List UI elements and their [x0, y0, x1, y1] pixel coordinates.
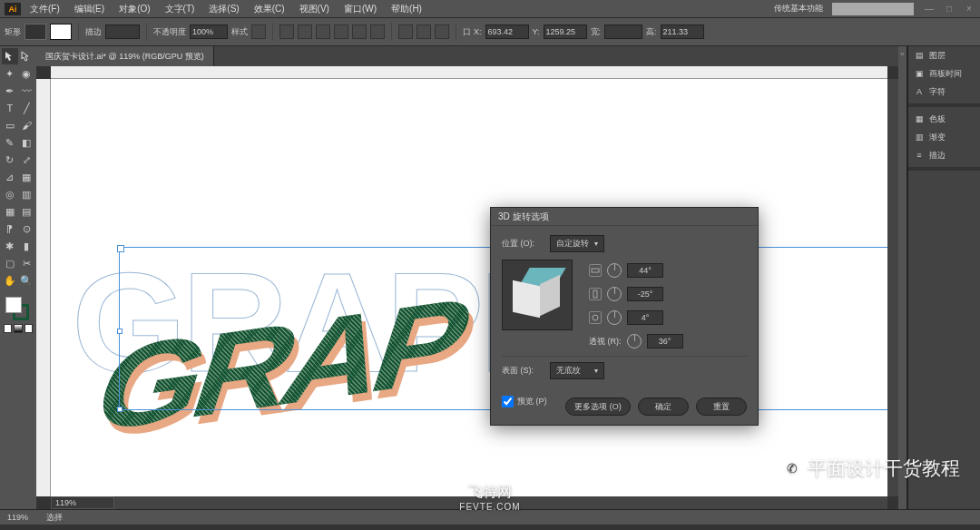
minimize-button[interactable]: —: [923, 4, 936, 14]
stroke-weight-input[interactable]: [105, 25, 140, 39]
axis-z-icon: [589, 311, 602, 324]
eraser-tool[interactable]: ◧: [19, 134, 35, 151]
line-tool[interactable]: ╱: [19, 100, 35, 116]
align-bottom-icon[interactable]: [370, 25, 385, 39]
panel-artboard-time[interactable]: ▣画板时间: [908, 64, 980, 83]
type-tool[interactable]: T: [2, 100, 18, 116]
lasso-tool[interactable]: ◉: [19, 65, 35, 82]
height-input[interactable]: [661, 25, 704, 39]
reset-button[interactable]: 重置: [696, 398, 747, 416]
opacity-input[interactable]: [190, 25, 228, 39]
position-dropdown[interactable]: 自定旋转: [550, 235, 604, 252]
angle-z-dial[interactable]: [607, 310, 622, 325]
menu-edit[interactable]: 编辑(E): [67, 1, 112, 17]
coord-x-label: 口: [463, 26, 471, 38]
magic-wand-tool[interactable]: ✦: [2, 65, 18, 82]
panel-gradient[interactable]: ▥渐变: [908, 128, 980, 146]
shape-mode-icon[interactable]: [435, 25, 449, 39]
perspective-input[interactable]: [647, 334, 683, 348]
blend-tool[interactable]: ⊙: [19, 221, 35, 237]
angle-x-input[interactable]: [627, 263, 663, 278]
style-dropdown[interactable]: [251, 25, 266, 39]
symbol-tool[interactable]: ✱: [2, 238, 18, 254]
hand-tool[interactable]: ✋: [2, 272, 18, 289]
canvas[interactable]: GRAPHIC GRAP GRAP GRAP: [51, 79, 887, 496]
options-bar: 矩形 描边 不透明度 样式 口X: Y: 宽: 高:: [0, 17, 980, 46]
paintbrush-tool[interactable]: 🖌: [19, 117, 35, 133]
menu-view[interactable]: 视图(V): [292, 1, 337, 17]
coord-y-input[interactable]: [544, 25, 587, 39]
panel-layers[interactable]: ▤图层: [908, 46, 980, 64]
mesh-tool[interactable]: ▦: [2, 203, 18, 220]
align-right-icon[interactable]: [316, 25, 330, 39]
rectangle-tool[interactable]: ▭: [2, 117, 18, 133]
slice-tool[interactable]: ✂: [19, 255, 35, 271]
panel-swatches[interactable]: ▦色板: [908, 110, 980, 128]
scale-tool[interactable]: ⤢: [19, 152, 35, 168]
shaper-tool[interactable]: ✎: [2, 134, 18, 151]
gradient-tool[interactable]: ▤: [19, 203, 35, 220]
menu-select[interactable]: 选择(S): [201, 1, 246, 17]
align-middle-icon[interactable]: [352, 25, 367, 39]
more-options-button[interactable]: 更多选项 (O): [565, 398, 631, 416]
shape-mode-icon[interactable]: [398, 25, 413, 39]
menu-effect[interactable]: 效果(C): [247, 1, 292, 17]
main-menu: 文件(F) 编辑(E) 对象(O) 文字(T) 选择(S) 效果(C) 视图(V…: [23, 1, 429, 17]
angle-x-dial[interactable]: [607, 263, 622, 278]
align-left-icon[interactable]: [279, 25, 294, 39]
dialog-title[interactable]: 3D 旋转选项: [491, 208, 758, 226]
fill-swatch[interactable]: [24, 24, 46, 40]
menu-help[interactable]: 帮助(H): [384, 1, 429, 17]
rotation-cube-preview[interactable]: [502, 260, 573, 330]
coord-x-input[interactable]: [485, 25, 529, 39]
pen-tool[interactable]: ✒: [2, 83, 18, 99]
menu-window[interactable]: 窗口(W): [337, 1, 384, 17]
angle-y-dial[interactable]: [607, 287, 622, 301]
gradient-mode-swatch[interactable]: [14, 324, 22, 333]
none-mode-swatch[interactable]: [24, 324, 33, 333]
stroke-label: 描边: [85, 26, 102, 38]
perspective-tool[interactable]: ▥: [19, 186, 35, 202]
align-top-icon[interactable]: [334, 25, 348, 39]
zoom-tool[interactable]: 🔍: [19, 272, 35, 289]
rotate-tool[interactable]: ↻: [2, 152, 18, 168]
stroke-swatch[interactable]: [50, 24, 72, 40]
graph-tool[interactable]: ▮: [19, 238, 35, 254]
preview-checkbox[interactable]: 预览 (P): [502, 396, 547, 407]
menu-object[interactable]: 对象(O): [112, 1, 157, 17]
menu-type[interactable]: 文字(T): [158, 1, 202, 17]
status-zoom: 119%: [7, 513, 28, 522]
selection-tool[interactable]: [2, 48, 18, 64]
width-input[interactable]: [604, 25, 642, 39]
panel-collapse-strip[interactable]: »: [898, 46, 907, 509]
direct-selection-tool[interactable]: [19, 48, 35, 64]
align-center-icon[interactable]: [298, 25, 312, 39]
vertical-scrollbar[interactable]: [887, 79, 898, 496]
angle-y-input[interactable]: [627, 287, 663, 301]
width-tool[interactable]: ⊿: [2, 169, 18, 185]
angle-z-input[interactable]: [627, 310, 663, 325]
surface-dropdown[interactable]: 无底纹: [550, 362, 604, 379]
search-input[interactable]: [832, 3, 914, 15]
perspective-dial[interactable]: [627, 334, 642, 348]
horizontal-ruler[interactable]: [51, 66, 887, 79]
free-transform-tool[interactable]: ▦: [19, 169, 35, 185]
document-tab[interactable]: 国庆贺卡设计.ai* @ 119% (RGB/GPU 预览): [36, 46, 214, 66]
shape-builder-tool[interactable]: ◎: [2, 186, 18, 202]
color-mode-swatch[interactable]: [4, 324, 12, 333]
ok-button[interactable]: 确定: [638, 398, 689, 416]
menu-file[interactable]: 文件(F): [23, 1, 67, 17]
workspace-switcher[interactable]: 传统基本功能: [774, 3, 823, 15]
artboard-tool[interactable]: ▢: [2, 255, 18, 271]
eyedropper-tool[interactable]: ⁋: [2, 221, 18, 237]
vertical-ruler[interactable]: [36, 79, 51, 496]
shape-mode-icon[interactable]: [416, 25, 431, 39]
panel-character[interactable]: A字符: [908, 83, 980, 101]
close-button[interactable]: ×: [963, 4, 975, 14]
panel-stroke[interactable]: ≡描边: [908, 146, 980, 164]
curvature-tool[interactable]: 〰: [19, 83, 35, 99]
maximize-button[interactable]: □: [943, 4, 956, 14]
watermark-right: ✆ 平面设计干货教程: [782, 456, 960, 481]
zoom-input[interactable]: 119%: [51, 496, 114, 509]
fill-stroke-swatch[interactable]: [5, 297, 31, 322]
